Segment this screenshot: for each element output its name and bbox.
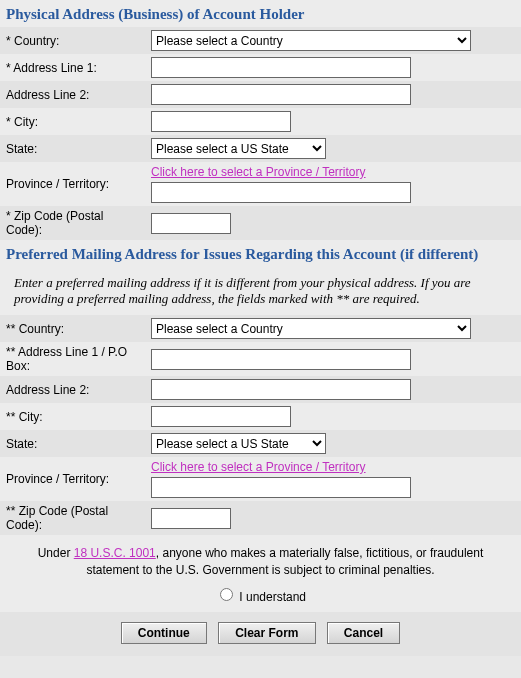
physical-section-header: Physical Address (Business) of Account H… [0,0,521,27]
mailing-country-label: ** Country: [0,315,145,342]
button-row: Continue Clear Form Cancel [0,612,521,656]
mailing-state-select[interactable]: Please select a US State [151,433,326,454]
physical-addr1-input[interactable] [151,57,411,78]
mailing-province-label: Province / Territory: [0,457,145,501]
physical-addr1-label: * Address Line 1: [0,54,145,81]
legal-statement: Under 18 U.S.C. 1001, anyone who makes a… [0,535,521,583]
mailing-province-input[interactable] [151,477,411,498]
legal-link[interactable]: 18 U.S.C. 1001 [74,546,156,560]
mailing-zip-input[interactable] [151,508,231,529]
physical-addr2-input[interactable] [151,84,411,105]
mailing-zip-label: ** Zip Code (Postal Code): [0,501,145,535]
physical-address-form: * Country: Please select a Country * Add… [0,27,521,240]
understand-label: I understand [239,590,306,604]
mailing-addr2-label: Address Line 2: [0,376,145,403]
mailing-addr1-label: ** Address Line 1 / P.O Box: [0,342,145,376]
continue-button[interactable]: Continue [121,622,207,644]
physical-country-select[interactable]: Please select a Country [151,30,471,51]
mailing-city-label: ** City: [0,403,145,430]
physical-country-label: * Country: [0,27,145,54]
mailing-instruction: Enter a preferred mailing address if it … [0,267,521,315]
mailing-address-form: ** Country: Please select a Country ** A… [0,315,521,535]
physical-province-label: Province / Territory: [0,162,145,206]
mailing-city-input[interactable] [151,406,291,427]
mailing-country-select[interactable]: Please select a Country [151,318,471,339]
mailing-addr1-input[interactable] [151,349,411,370]
physical-state-select[interactable]: Please select a US State [151,138,326,159]
legal-prefix: Under [38,546,74,560]
physical-province-link[interactable]: Click here to select a Province / Territ… [151,165,366,179]
physical-city-input[interactable] [151,111,291,132]
physical-addr2-label: Address Line 2: [0,81,145,108]
clear-form-button[interactable]: Clear Form [218,622,315,644]
physical-zip-input[interactable] [151,213,231,234]
mailing-state-label: State: [0,430,145,457]
understand-row: I understand [0,583,521,612]
mailing-province-link[interactable]: Click here to select a Province / Territ… [151,460,366,474]
physical-province-input[interactable] [151,182,411,203]
physical-city-label: * City: [0,108,145,135]
physical-zip-label: * Zip Code (Postal Code): [0,206,145,240]
physical-state-label: State: [0,135,145,162]
mailing-section-header: Preferred Mailing Address for Issues Reg… [0,240,521,267]
cancel-button[interactable]: Cancel [327,622,400,644]
mailing-addr2-input[interactable] [151,379,411,400]
understand-radio[interactable] [220,588,233,601]
